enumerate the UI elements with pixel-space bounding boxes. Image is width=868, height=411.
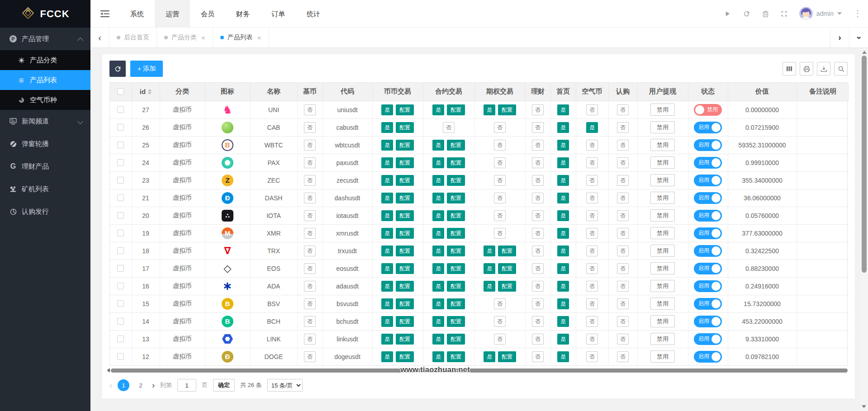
sort-asc-icon[interactable]	[148, 89, 152, 91]
column-header-id[interactable]: id	[132, 83, 160, 101]
coin-trade-config-button[interactable]: 配置	[396, 157, 414, 168]
row-checkbox[interactable]	[117, 300, 124, 307]
coin-trade-yes-badge[interactable]: 是	[381, 316, 393, 327]
close-tab-icon[interactable]: ×	[257, 34, 261, 42]
home-yes-badge[interactable]: 是	[557, 104, 569, 115]
air-no-badge[interactable]: 否	[586, 175, 598, 186]
finance-no-badge[interactable]: 否	[532, 298, 544, 309]
withdraw-button[interactable]: 禁用	[650, 350, 675, 363]
status-toggle[interactable]: 启用	[694, 227, 722, 239]
coin-trade-yes-badge[interactable]: 是	[381, 246, 393, 256]
home-yes-badge[interactable]: 是	[557, 140, 569, 151]
fullscreen-icon[interactable]	[781, 10, 787, 17]
coin-trade-config-button[interactable]: 配置	[396, 122, 414, 133]
topnav-item-财务[interactable]: 财务	[225, 0, 261, 27]
row-checkbox[interactable]	[117, 106, 124, 113]
finance-no-badge[interactable]: 否	[532, 104, 544, 115]
sidebar-item-product-category[interactable]: 产品分类	[0, 50, 90, 70]
refresh-icon[interactable]	[743, 10, 750, 18]
home-yes-badge[interactable]: 是	[557, 157, 569, 168]
option-trade-config-button[interactable]: 配置	[498, 246, 516, 256]
row-checkbox[interactable]	[117, 177, 124, 184]
contract-trade-yes-badge[interactable]: 是	[432, 193, 444, 203]
option-trade-no-badge[interactable]: 否	[494, 334, 506, 345]
contract-trade-yes-badge[interactable]: 是	[432, 298, 444, 309]
contract-trade-config-button[interactable]: 配置	[447, 298, 465, 309]
coin-trade-config-button[interactable]: 配置	[396, 298, 414, 309]
finance-no-badge[interactable]: 否	[532, 157, 544, 168]
tabs-menu-icon[interactable]: ›	[849, 28, 868, 47]
next-page-button[interactable]: ›	[152, 381, 155, 390]
scroll-down-arrow-icon[interactable]	[862, 405, 866, 408]
page-button-2[interactable]: 2	[135, 379, 147, 391]
previous-page-button[interactable]: ‹	[109, 381, 112, 390]
withdraw-button[interactable]: 禁用	[650, 192, 675, 204]
coin-trade-config-button[interactable]: 配置	[396, 175, 414, 186]
coin-trade-config-button[interactable]: 配置	[396, 228, 414, 239]
contract-trade-yes-badge[interactable]: 是	[432, 157, 444, 168]
row-checkbox[interactable]	[117, 335, 124, 342]
home-yes-badge[interactable]: 是	[557, 316, 569, 327]
option-trade-no-badge[interactable]: 否	[494, 298, 506, 309]
coin-trade-yes-badge[interactable]: 是	[381, 228, 393, 239]
select-all-checkbox[interactable]	[117, 88, 124, 95]
contract-trade-yes-badge[interactable]: 是	[432, 281, 444, 292]
coin-trade-config-button[interactable]: 配置	[396, 263, 414, 274]
home-yes-badge[interactable]: 是	[557, 175, 569, 186]
coin-trade-config-button[interactable]: 配置	[396, 104, 414, 115]
option-trade-yes-badge[interactable]: 是	[484, 246, 495, 256]
withdraw-button[interactable]: 禁用	[650, 121, 675, 133]
finance-no-badge[interactable]: 否	[532, 193, 544, 203]
subscribe-no-badge[interactable]: 否	[617, 140, 629, 151]
coin-trade-yes-badge[interactable]: 是	[381, 104, 393, 115]
option-trade-no-badge[interactable]: 否	[494, 210, 506, 221]
row-checkbox[interactable]	[117, 265, 124, 272]
status-toggle[interactable]: 启用	[694, 157, 722, 169]
base-no-badge[interactable]: 否	[304, 298, 316, 309]
coin-trade-yes-badge[interactable]: 是	[381, 334, 393, 345]
topnav-item-订单[interactable]: 订单	[261, 0, 296, 27]
scroll-left-arrow-icon[interactable]	[107, 368, 110, 373]
coin-trade-yes-badge[interactable]: 是	[381, 193, 393, 203]
row-checkbox[interactable]	[117, 318, 124, 325]
row-checkbox[interactable]	[117, 230, 124, 236]
home-yes-badge[interactable]: 是	[557, 228, 569, 239]
coin-trade-yes-badge[interactable]: 是	[381, 263, 393, 274]
contract-trade-config-button[interactable]: 配置	[447, 281, 465, 292]
coin-trade-config-button[interactable]: 配置	[396, 140, 414, 151]
contract-trade-config-button[interactable]: 配置	[447, 104, 465, 115]
contract-trade-yes-badge[interactable]: 是	[432, 175, 444, 186]
option-trade-yes-badge[interactable]: 是	[484, 263, 495, 274]
tabs-scroll-left-icon[interactable]: ‹	[90, 28, 109, 47]
base-no-badge[interactable]: 否	[304, 334, 316, 345]
option-trade-no-badge[interactable]: 否	[494, 193, 506, 203]
coin-trade-yes-badge[interactable]: 是	[381, 157, 393, 168]
sidebar-item-product-manage[interactable]: P产品管理	[0, 28, 90, 50]
air-no-badge[interactable]: 否	[586, 281, 598, 292]
air-no-badge[interactable]: 否	[586, 140, 598, 151]
row-checkbox[interactable]	[117, 212, 124, 219]
air-no-badge[interactable]: 否	[586, 298, 598, 309]
base-no-badge[interactable]: 否	[304, 104, 316, 115]
air-no-badge[interactable]: 否	[586, 334, 598, 345]
row-checkbox[interactable]	[117, 353, 124, 360]
contract-trade-yes-badge[interactable]: 是	[432, 351, 444, 362]
contract-trade-config-button[interactable]: 配置	[447, 351, 465, 362]
air-yes-badge[interactable]: 是	[586, 122, 598, 133]
subscribe-no-badge[interactable]: 否	[617, 263, 629, 274]
contract-trade-no-badge[interactable]: 否	[443, 122, 455, 133]
contract-trade-yes-badge[interactable]: 是	[432, 316, 444, 327]
row-checkbox[interactable]	[117, 194, 124, 201]
status-toggle[interactable]: 启用	[694, 210, 722, 222]
status-toggle[interactable]: 启用	[694, 280, 722, 292]
topnav-item-运营[interactable]: 运营	[155, 0, 190, 27]
option-trade-no-badge[interactable]: 否	[494, 122, 506, 133]
coin-trade-config-button[interactable]: 配置	[396, 246, 414, 256]
coin-trade-config-button[interactable]: 配置	[396, 334, 414, 345]
withdraw-button[interactable]: 禁用	[650, 174, 675, 186]
horizontal-scroll-thumb[interactable]	[111, 368, 848, 373]
search-icon[interactable]	[834, 62, 848, 76]
base-no-badge[interactable]: 否	[304, 140, 316, 151]
air-no-badge[interactable]: 否	[586, 316, 598, 327]
contract-trade-yes-badge[interactable]: 是	[432, 140, 444, 151]
